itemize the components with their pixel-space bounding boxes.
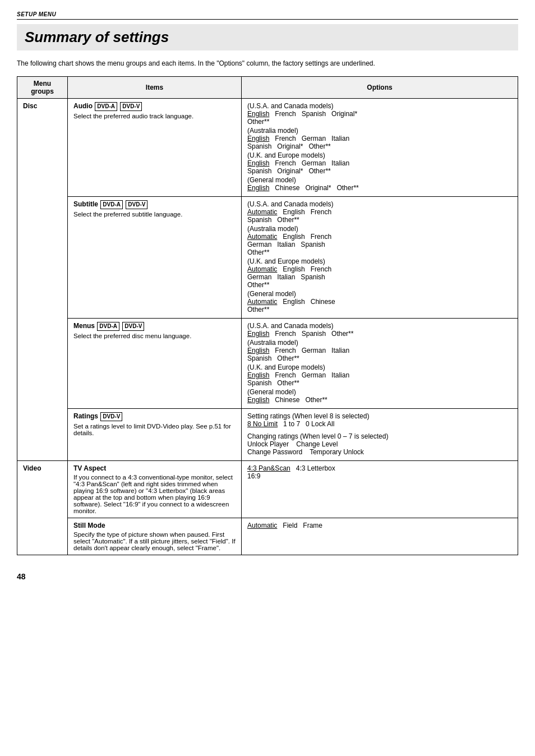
item-tv-aspect: TV Aspect If you connect to a 4:3 conven…: [68, 461, 242, 518]
badge-dvd-a-sub: DVD-A: [100, 200, 123, 209]
sub-aus-label: (Australia model): [247, 225, 512, 233]
subtitle-desc: Select the preferred subtitle language.: [73, 211, 236, 218]
menus-usa-english: English: [247, 330, 269, 338]
tv-aspect-desc: If you connect to a 4:3 conventional-typ…: [73, 474, 236, 514]
group-video: Video: [17, 461, 68, 555]
sub-gen-auto: Automatic: [247, 298, 277, 306]
badge-dvd-v-sub: DVD-V: [126, 200, 147, 209]
ratings-label: Ratings: [73, 412, 100, 420]
still-mode-label: Still Mode: [73, 522, 105, 529]
audio-desc: Select the preferred audio track languag…: [73, 113, 236, 119]
col-header-options: Options: [242, 77, 518, 99]
tv-aspect-pan-scan: 4:3 Pan&Scan: [247, 464, 290, 472]
sub-gen-label: (General model): [247, 290, 512, 298]
sub-uk-auto: Automatic: [247, 265, 277, 273]
options-tv-aspect: 4:3 Pan&Scan 4:3 Letterbox 16:9: [242, 461, 518, 518]
badge-dvd-a: DVD-A: [95, 102, 117, 111]
group-disc: Disc: [17, 99, 68, 461]
audio-aus-label: (Australia model): [247, 127, 512, 135]
audio-uk-english: English: [247, 159, 269, 167]
item-still-mode: Still Mode Specify the type of picture s…: [68, 518, 242, 555]
item-audio: Audio DVD-A DVD-V Select the preferred a…: [68, 99, 242, 197]
audio-uk-label: (U.K. and Europe models): [247, 151, 512, 159]
menus-usa-label: (U.S.A. and Canada models): [247, 322, 512, 330]
menus-label: Menus: [73, 322, 96, 330]
ratings-changing-label: Changing ratings (When level 0 – 7 is se…: [247, 432, 512, 440]
page-number: 48: [17, 572, 518, 581]
intro-text: The following chart shows the menu group…: [17, 58, 518, 68]
table-row: Ratings DVD-V Set a ratings level to lim…: [17, 409, 518, 461]
audio-gen-english: English: [247, 184, 269, 192]
options-still-mode: Automatic Field Frame: [242, 518, 518, 555]
settings-table: Menu groups Items Options Disc Audio DVD…: [17, 76, 518, 555]
menus-gen-label: (General model): [247, 388, 512, 396]
audio-label: Audio: [73, 102, 94, 110]
options-subtitle: (U.S.A. and Canada models) Automatic Eng…: [242, 197, 518, 319]
sub-usa-auto: Automatic: [247, 208, 277, 216]
badge-dvd-v: DVD-V: [120, 102, 142, 111]
audio-usa-english: English: [247, 110, 269, 118]
item-ratings: Ratings DVD-V Set a ratings level to lim…: [68, 409, 242, 461]
audio-gen-label: (General model): [247, 176, 512, 184]
page-title: Summary of settings: [17, 24, 518, 50]
menus-uk-label: (U.K. and Europe models): [247, 363, 512, 371]
badge-dvd-v-menus: DVD-V: [122, 322, 144, 331]
subtitle-label: Subtitle: [73, 200, 100, 208]
table-row: Video TV Aspect If you connect to a 4:3 …: [17, 461, 518, 518]
item-subtitle: Subtitle DVD-A DVD-V Select the preferre…: [68, 197, 242, 319]
setup-menu-label: SETUP MENU: [17, 11, 518, 20]
audio-aus-english: English: [247, 135, 269, 142]
options-audio: (U.S.A. and Canada models) English Frenc…: [242, 99, 518, 197]
tv-aspect-label: TV Aspect: [73, 464, 106, 472]
sub-uk-label: (U.K. and Europe models): [247, 257, 512, 265]
table-row: Still Mode Specify the type of picture s…: [17, 518, 518, 555]
menus-gen-english: English: [247, 396, 269, 404]
sub-aus-auto: Automatic: [247, 233, 277, 241]
menus-aus-english: English: [247, 347, 269, 354]
audio-usa-label: (U.S.A. and Canada models): [247, 102, 512, 110]
col-header-menu-groups: Menu groups: [17, 77, 68, 99]
table-row: Disc Audio DVD-A DVD-V Select the prefer…: [17, 99, 518, 197]
menus-uk-english: English: [247, 371, 269, 379]
item-menus: Menus DVD-A DVD-V Select the preferred d…: [68, 319, 242, 409]
options-ratings: Setting ratings (When level 8 is selecte…: [242, 409, 518, 461]
still-mode-auto: Automatic: [247, 522, 277, 529]
ratings-setting-label: Setting ratings (When level 8 is selecte…: [247, 412, 512, 420]
menus-desc: Select the preferred disc menu language.: [73, 333, 236, 339]
still-mode-desc: Specify the type of picture shown when p…: [73, 531, 236, 551]
table-row: Menus DVD-A DVD-V Select the preferred d…: [17, 319, 518, 409]
ratings-desc: Set a ratings level to limit DVD-Video p…: [73, 423, 236, 436]
menus-aus-label: (Australia model): [247, 339, 512, 347]
badge-dvd-a-menus: DVD-A: [97, 322, 119, 331]
badge-dvd-v-ratings: DVD-V: [100, 412, 122, 421]
sub-usa-label: (U.S.A. and Canada models): [247, 200, 512, 208]
options-menus: (U.S.A. and Canada models) English Frenc…: [242, 319, 518, 409]
col-header-items: Items: [68, 77, 242, 99]
table-row: Subtitle DVD-A DVD-V Select the preferre…: [17, 197, 518, 319]
ratings-no-limit: 8 No Limit: [247, 420, 278, 428]
